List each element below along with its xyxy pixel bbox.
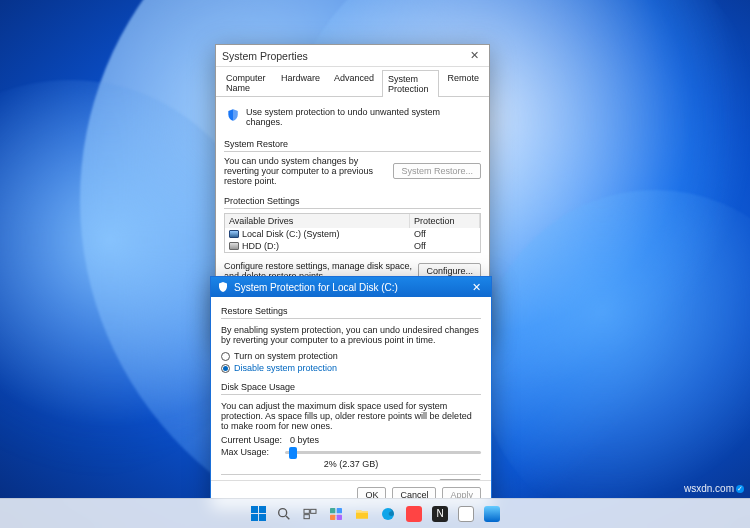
shield-icon <box>217 281 229 293</box>
max-usage-slider[interactable] <box>285 451 481 454</box>
slider-caption: 2% (2.37 GB) <box>221 459 481 469</box>
disk-icon <box>229 230 239 238</box>
max-usage-label: Max Usage: <box>221 447 279 457</box>
svg-rect-8 <box>337 514 342 519</box>
tab-computer-name[interactable]: Computer Name <box>220 69 273 96</box>
svg-rect-7 <box>330 514 335 519</box>
search-icon[interactable] <box>274 504 294 524</box>
start-button[interactable] <box>248 504 268 524</box>
group-disk-space: Disk Space Usage <box>221 382 481 392</box>
svg-rect-3 <box>311 509 316 513</box>
radio-turn-on[interactable]: Turn on system protection <box>221 350 481 362</box>
radio-icon <box>221 364 230 373</box>
group-system-restore: System Restore <box>224 139 481 149</box>
window-titlebar[interactable]: System Properties ✕ <box>216 45 489 67</box>
slider-thumb[interactable] <box>289 447 297 459</box>
dialog-title: System Protection for Local Disk (C:) <box>234 282 398 293</box>
taskbar-app-icon[interactable] <box>404 504 424 524</box>
svg-point-0 <box>279 508 287 516</box>
svg-line-1 <box>286 516 289 519</box>
explorer-icon[interactable] <box>352 504 372 524</box>
tab-hardware[interactable]: Hardware <box>275 69 326 96</box>
tab-system-protection[interactable]: System Protection <box>382 70 439 97</box>
watermark: wsxdn.com✓ <box>684 483 744 494</box>
svg-rect-5 <box>330 508 335 513</box>
shield-icon <box>226 107 240 123</box>
group-restore-settings: Restore Settings <box>221 306 481 316</box>
restore-settings-text: By enabling system protection, you can u… <box>221 323 481 350</box>
svg-rect-6 <box>337 508 342 513</box>
task-view-icon[interactable] <box>300 504 320 524</box>
taskbar-app-icon[interactable] <box>482 504 502 524</box>
table-row[interactable]: Local Disk (C:) (System) Off <box>225 228 480 240</box>
group-protection-settings: Protection Settings <box>224 196 481 206</box>
dialog-titlebar[interactable]: System Protection for Local Disk (C:) ✕ <box>211 277 491 297</box>
svg-rect-2 <box>304 509 309 513</box>
close-icon[interactable]: ✕ <box>468 281 485 294</box>
tab-strip: Computer Name Hardware Advanced System P… <box>216 67 489 97</box>
taskbar-app-icon[interactable] <box>456 504 476 524</box>
tab-advanced[interactable]: Advanced <box>328 69 380 96</box>
window-title: System Properties <box>222 50 308 62</box>
system-restore-button[interactable]: System Restore... <box>393 163 481 179</box>
drives-table[interactable]: Available Drives Protection Local Disk (… <box>224 213 481 253</box>
current-usage-label: Current Usage: <box>221 435 282 445</box>
column-available-drives: Available Drives <box>225 214 410 228</box>
radio-icon <box>221 352 230 361</box>
widgets-icon[interactable] <box>326 504 346 524</box>
taskbar[interactable]: N <box>0 498 750 528</box>
protection-hint: Use system protection to undo unwanted s… <box>246 107 479 127</box>
edge-icon[interactable] <box>378 504 398 524</box>
svg-rect-4 <box>304 514 309 518</box>
close-icon[interactable]: ✕ <box>466 49 483 62</box>
radio-disable[interactable]: Disable system protection <box>221 362 481 374</box>
system-restore-text: You can undo system changes by reverting… <box>224 156 387 186</box>
table-row[interactable]: HDD (D:) Off <box>225 240 480 252</box>
current-usage-value: 0 bytes <box>290 435 319 445</box>
disk-space-text: You can adjust the maximum disk space us… <box>221 399 481 435</box>
column-protection: Protection <box>410 214 480 228</box>
hdd-icon <box>229 242 239 250</box>
taskbar-app-icon[interactable]: N <box>430 504 450 524</box>
tab-remote[interactable]: Remote <box>441 69 485 96</box>
system-protection-dialog: System Protection for Local Disk (C:) ✕ … <box>210 276 492 510</box>
